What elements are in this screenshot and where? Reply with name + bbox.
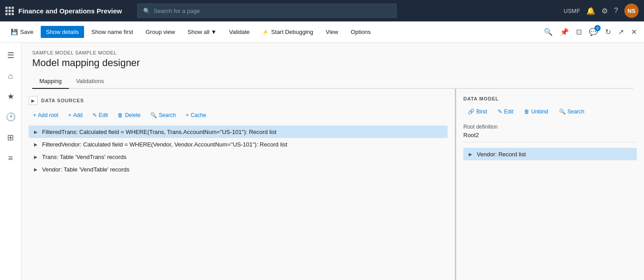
sidebar-workspaces-icon[interactable]: ⊞ (2, 129, 20, 146)
edit-button[interactable]: ✎ Edit (88, 110, 113, 120)
toolbar-badge-icon[interactable]: 💬 0 (587, 26, 600, 38)
tree-item-text-2: Trans: Table 'VendTrans' records (42, 154, 127, 160)
settings-icon[interactable]: ⚙ (602, 7, 608, 15)
org-label: USMF (564, 8, 580, 14)
toolbar: 💾 Save Show details Show name first Grou… (0, 21, 644, 43)
sidebar: ☰ ⌂ ★ 🕐 ⊞ ≡ (0, 43, 21, 280)
tab-validations[interactable]: Validations (69, 74, 111, 89)
toolbar-refresh-icon[interactable]: ↻ (603, 26, 613, 38)
toolbar-right: 🔍 📌 ⊡ 💬 0 ↻ ↗ ✕ (542, 26, 639, 38)
unbind-button[interactable]: 🗑 Unbind (520, 107, 553, 117)
root-definition-value: Root2 (463, 132, 637, 142)
expand-icon-0[interactable]: ▶ (32, 128, 39, 135)
expand-icon-1[interactable]: ▶ (32, 141, 39, 148)
sidebar-list-icon[interactable]: ≡ (2, 149, 20, 167)
search-icon: 🔍 (143, 8, 150, 14)
delete-button[interactable]: 🗑 Delete (113, 110, 145, 120)
dm-toolbar: 🔗 Bind ✎ Edit 🗑 Unbind 🔍 Search (463, 107, 637, 117)
tree-item[interactable]: ▶ Vendor: Table 'VendTable' records (29, 163, 448, 176)
show-name-button[interactable]: Show name first (86, 26, 138, 38)
tree-item-text-0: FilteredTrans: Calculated field = WHERE(… (42, 129, 276, 135)
dm-search-icon: 🔍 (559, 109, 566, 115)
dm-expand-icon-0[interactable]: ▶ (467, 150, 474, 158)
search-button[interactable]: 🔍 Search (146, 110, 180, 120)
tree-item[interactable]: ▶ Trans: Table 'VendTrans' records (29, 150, 448, 163)
show-all-button[interactable]: Show all ▼ (182, 26, 222, 38)
tabs: Mapping Validations (32, 74, 633, 89)
unbind-icon: 🗑 (524, 109, 530, 115)
sidebar-favorites-icon[interactable]: ★ (2, 88, 20, 105)
tree-container: ▶ FilteredTrans: Calculated field = WHER… (29, 125, 448, 176)
add-button[interactable]: + Add (64, 110, 87, 120)
expand-icon-2[interactable]: ▶ (32, 153, 39, 160)
toolbar-search-icon[interactable]: 🔍 (542, 26, 555, 38)
top-nav-right: USMF 🔔 ⚙ ? NS (564, 4, 639, 18)
toolbar-pin-icon[interactable]: 📌 (558, 26, 571, 38)
main-content: SAMPLE MODEL SAMPLE MODEL Model mapping … (21, 43, 644, 280)
dm-tree-container: ▶ Vendor: Record list (463, 148, 637, 160)
tree-item[interactable]: ▶ FilteredVendor: Calculated field = WHE… (29, 138, 448, 150)
app-grid-button[interactable] (5, 7, 14, 15)
expand-icon-3[interactable]: ▶ (32, 166, 39, 173)
start-debugging-button[interactable]: ⚡ Start Debugging (257, 26, 318, 38)
search-ds-icon: 🔍 (150, 112, 157, 118)
sidebar-menu-icon[interactable]: ☰ (2, 46, 20, 64)
bind-icon: 🔗 (468, 109, 475, 115)
delete-icon: 🗑 (118, 112, 123, 118)
layout: ☰ ⌂ ★ 🕐 ⊞ ≡ SAMPLE MODEL SAMPLE MODEL Mo… (0, 43, 644, 280)
toolbar-expand-icon[interactable]: ⊡ (574, 26, 584, 38)
notification-icon[interactable]: 🔔 (586, 7, 595, 15)
chevron-down-icon: ▼ (211, 29, 216, 35)
add-icon: + (68, 112, 71, 118)
view-button[interactable]: View (320, 26, 343, 38)
show-details-button[interactable]: Show details (41, 26, 85, 38)
cache-icon: + (186, 112, 189, 118)
top-nav: Finance and Operations Preview 🔍 USMF 🔔 … (0, 0, 644, 21)
data-model-title: DATA MODEL (463, 96, 637, 101)
root-definition-label: Root definition (463, 124, 637, 130)
page-title: Model mapping designer (32, 57, 633, 69)
toolbar-share-icon[interactable]: ↗ (616, 26, 626, 38)
cache-button[interactable]: + Cache (181, 110, 211, 120)
avatar[interactable]: NS (624, 4, 639, 18)
dm-edit-icon: ✎ (498, 109, 502, 115)
save-button[interactable]: 💾 Save (5, 26, 39, 38)
validate-button[interactable]: Validate (224, 26, 255, 38)
sidebar-home-icon[interactable]: ⌂ (2, 67, 20, 85)
breadcrumb: SAMPLE MODEL SAMPLE MODEL (32, 50, 633, 55)
page-header: SAMPLE MODEL SAMPLE MODEL Model mapping … (21, 43, 644, 74)
data-sources-title: DATA SOURCES (41, 98, 84, 103)
dm-tree-item-text-0: Vendor: Record list (477, 151, 526, 158)
panel-header: ▶ DATA SOURCES (29, 96, 448, 105)
tree-item-text-1: FilteredVendor: Calculated field = WHERE… (42, 141, 287, 148)
debug-icon: ⚡ (262, 29, 269, 35)
data-sources-panel: ▶ DATA SOURCES + Add root + Add ✎ Edit (21, 89, 456, 280)
toolbar-close-icon[interactable]: ✕ (629, 26, 639, 38)
tab-mapping[interactable]: Mapping (32, 74, 69, 89)
data-model-panel: DATA MODEL 🔗 Bind ✎ Edit 🗑 Unbind (456, 89, 644, 280)
bind-button[interactable]: 🔗 Bind (463, 107, 491, 117)
grid-icon (5, 7, 14, 15)
options-button[interactable]: Options (345, 26, 376, 38)
tree-item-text-3: Vendor: Table 'VendTable' records (42, 166, 130, 173)
dm-edit-button[interactable]: ✎ Edit (493, 107, 518, 117)
app-title: Finance and Operations Preview (18, 7, 122, 15)
search-input[interactable] (154, 8, 391, 14)
add-root-icon: + (33, 112, 36, 118)
tree-item[interactable]: ▶ FilteredTrans: Calculated field = WHER… (29, 125, 448, 138)
help-icon[interactable]: ? (614, 7, 618, 15)
add-root-button[interactable]: + Add root (29, 110, 63, 120)
edit-icon: ✎ (93, 112, 97, 118)
dm-tree-item[interactable]: ▶ Vendor: Record list (463, 148, 637, 160)
search-bar[interactable]: 🔍 (137, 4, 397, 18)
save-icon: 💾 (11, 29, 18, 35)
dm-search-button[interactable]: 🔍 Search (555, 107, 589, 117)
group-view-button[interactable]: Group view (140, 26, 181, 38)
sidebar-recent-icon[interactable]: 🕐 (2, 108, 20, 126)
content-area: ▶ DATA SOURCES + Add root + Add ✎ Edit (21, 89, 644, 280)
ds-toolbar: + Add root + Add ✎ Edit 🗑 Delete (29, 110, 448, 120)
panel-expand-button[interactable]: ▶ (29, 96, 38, 105)
